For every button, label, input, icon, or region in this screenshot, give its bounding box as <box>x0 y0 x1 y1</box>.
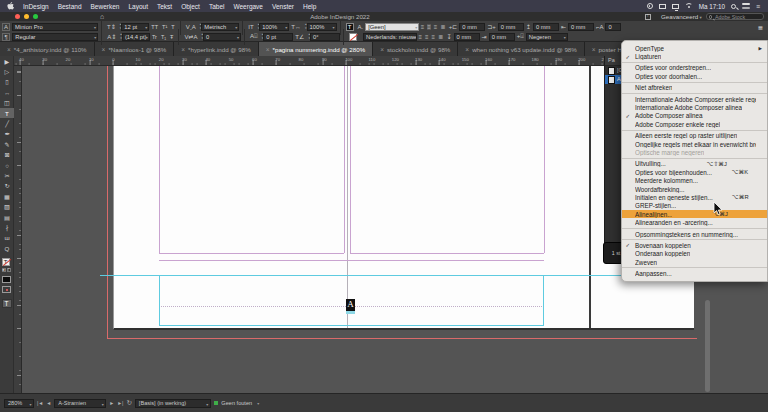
previous-page-button[interactable]: ◄ <box>46 400 51 406</box>
close-tab-icon[interactable]: × <box>592 46 596 53</box>
menu-item[interactable]: Opties voor doorhalen... <box>622 72 767 80</box>
language-combo[interactable]: Nederlands: nieuwe spell... <box>363 33 417 41</box>
pencil-tool[interactable]: ✎ <box>0 139 14 149</box>
menu-item[interactable]: Aanpassen... <box>622 269 767 277</box>
close-tab-icon[interactable]: × <box>380 46 384 53</box>
spotlight-search-icon[interactable] <box>731 4 736 9</box>
document-tab[interactable]: × when nothing v63 update.indd @ 98% <box>458 42 584 56</box>
menu-item[interactable] <box>622 130 767 131</box>
menu-item[interactable] <box>622 228 767 229</box>
menu-item[interactable]: Adobe Composer alinea <box>622 112 767 120</box>
menu-item[interactable]: Meerdere kolommen... <box>622 176 767 184</box>
document-tab[interactable]: × *4_arthistory.indd @ 110% <box>0 42 95 56</box>
adobe-stock-search-input[interactable]: Adobe Stock <box>706 13 764 20</box>
menu-item[interactable]: Woordafbreking... <box>622 185 767 193</box>
vertical-scrollbar[interactable] <box>705 300 710 392</box>
apply-color-button[interactable] <box>2 276 11 283</box>
gap-tool[interactable]: ↔ <box>0 87 14 97</box>
kerning-field[interactable]: Metrisch <box>201 23 239 31</box>
menu-item[interactable]: Optische marge negeren <box>622 148 767 156</box>
menu-item[interactable]: Opties voor onderstrepen... <box>622 64 767 72</box>
strikethrough-button[interactable]: Ŧ <box>168 34 175 40</box>
baseline-shift-field[interactable]: 0 pt <box>263 33 293 41</box>
font-style-combo[interactable]: Regular <box>12 33 98 41</box>
menu-item[interactable]: Ongelijke regels met elkaar in evenwicht… <box>622 140 767 148</box>
menubar-item[interactable]: Tabel <box>209 3 225 10</box>
panel-menu-icon[interactable]: ≣ <box>758 24 763 32</box>
menu-item[interactable]: Zweven <box>622 258 767 266</box>
formatting-affects-text-icon[interactable]: T <box>7 268 11 272</box>
type-tool[interactable]: T <box>0 108 14 118</box>
menubar-item[interactable]: Help <box>303 3 316 10</box>
menu-item[interactable]: Bovenaan koppelen <box>622 241 767 249</box>
menu-item[interactable]: Internationale Adobe Composer enkele reg… <box>622 95 767 103</box>
menu-item[interactable]: Onderaan koppelen <box>622 250 767 258</box>
zoom-level-combo[interactable]: 280% <box>4 399 34 408</box>
menu-item[interactable]: GREP-stijlen... <box>622 202 767 210</box>
gradient-feather-tool[interactable]: ▨ <box>0 201 14 211</box>
menu-item[interactable] <box>622 158 767 159</box>
menubar-item[interactable]: InDesign <box>23 3 49 10</box>
document-tab[interactable]: × *hyperlink.indd @ 98% <box>174 42 259 56</box>
monitor-icon[interactable] <box>672 4 679 9</box>
view-mode-button[interactable]: T <box>2 299 12 308</box>
menu-item[interactable]: Ligaturen <box>622 52 767 60</box>
fill-swatch-none-icon[interactable]: T <box>2 258 10 266</box>
tracking-field[interactable]: 0 <box>203 33 241 41</box>
document-tab[interactable]: × *pagina nummering.indd @ 280% <box>259 42 373 56</box>
formatting-affects-container-icon[interactable]: ■ <box>2 268 6 272</box>
last-page-button[interactable]: ►| <box>117 400 123 406</box>
note-tool[interactable]: ▤ <box>0 212 14 222</box>
font-family-combo[interactable]: Minion Pro <box>12 23 98 31</box>
menubar-item[interactable]: Weergave <box>233 3 263 10</box>
close-tab-icon[interactable]: × <box>465 46 469 53</box>
preflight-status[interactable]: Geen fouten <box>221 400 259 406</box>
share-icon[interactable] <box>645 14 651 20</box>
selected-character[interactable]: A <box>346 299 355 311</box>
document-tab[interactable]: × *Naamloos-1 @ 98% <box>95 42 175 56</box>
menubar-item[interactable]: Bestand <box>58 3 82 10</box>
eyedropper-tool[interactable]: ∤ <box>0 222 14 232</box>
menu-item[interactable]: OpenType <box>622 44 767 52</box>
vertical-scale-field[interactable]: 100% <box>259 23 289 31</box>
align-right-icon[interactable]: ≡ <box>434 24 438 30</box>
display-mirror-icon[interactable] <box>659 4 666 9</box>
all-caps-button[interactable]: TT <box>149 24 160 30</box>
paragraph-formatting-icon[interactable]: ¶ <box>2 33 10 41</box>
gradient-tool[interactable]: ▦ <box>0 191 14 201</box>
vertical-ruler[interactable] <box>14 66 22 393</box>
apple-menu-icon[interactable] <box>7 2 14 10</box>
selection-tool[interactable]: ▶ <box>0 56 14 66</box>
horizontal-scale-field[interactable]: 100% <box>307 23 337 31</box>
align-center-icon[interactable]: ≡ <box>427 24 431 30</box>
character-style-combo[interactable]: [Geen] <box>365 23 419 31</box>
preflight-profile-combo[interactable]: [Basis] (in werking) <box>135 399 211 408</box>
refresh-icon[interactable]: ↻ <box>126 399 131 407</box>
drop-cap-lines-field[interactable]: 0 <box>605 23 621 31</box>
menu-item[interactable]: Alinearanden en -arcering... <box>622 218 767 226</box>
justify-icon[interactable]: ≣ <box>440 23 445 30</box>
last-line-indent-field[interactable]: 0 mm <box>489 33 515 41</box>
align-middle-icon[interactable]: ≡ <box>425 34 429 40</box>
grid-behavior-combo[interactable]: Negeren <box>526 33 568 41</box>
menu-item[interactable]: Internationale Adobe Composer alinea <box>622 103 767 111</box>
justify-all-icon[interactable]: ≣ <box>438 33 443 40</box>
zoom-tool[interactable]: Q <box>0 243 14 253</box>
apply-none-button[interactable] <box>2 286 11 293</box>
menu-item[interactable] <box>622 62 767 63</box>
menu-item[interactable] <box>622 239 767 240</box>
text-stroke-swatch[interactable] <box>349 33 357 41</box>
indent-right-field[interactable]: 0 mm <box>498 23 524 31</box>
menu-item[interactable] <box>622 82 767 83</box>
line-tool[interactable]: ╱ <box>0 118 14 128</box>
next-page-button[interactable]: ► <box>109 400 114 406</box>
align-top-icon[interactable]: ≡ <box>418 34 422 40</box>
menubar-clock[interactable]: Ma 17:10 <box>699 3 725 10</box>
character-formatting-icon[interactable]: A <box>2 23 10 31</box>
page-number-combo[interactable]: A-Stramien <box>54 399 106 408</box>
menubar-item[interactable]: Tekst <box>157 3 172 10</box>
menubar-item[interactable]: Bewerken <box>91 3 120 10</box>
skew-field[interactable]: 0° <box>310 33 340 41</box>
workspace-switcher[interactable]: Geavanceerd <box>661 12 702 22</box>
ellipse-tool[interactable]: ○ <box>0 160 14 170</box>
